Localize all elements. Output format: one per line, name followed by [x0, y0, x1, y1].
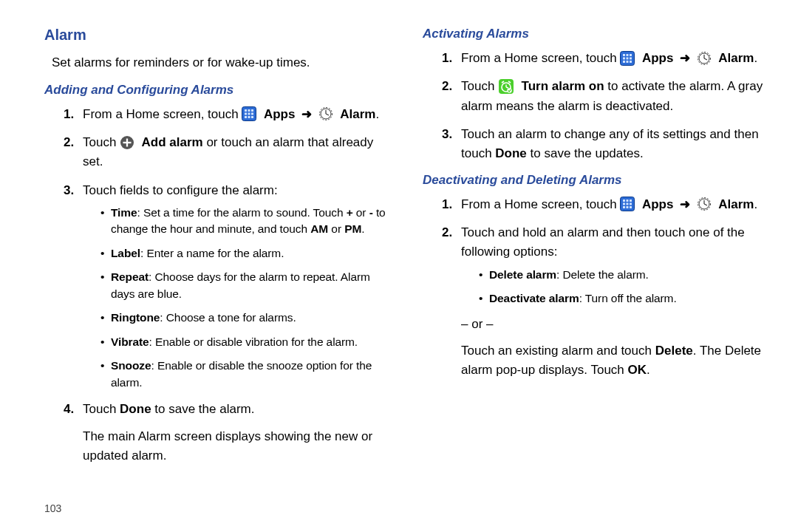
plus-icon	[120, 135, 134, 150]
subhead-activating: Activating Alarms	[423, 27, 764, 41]
manual-page: Alarm Set alarms for reminders or for wa…	[0, 0, 798, 532]
steps-adding: 1. From a Home screen, touch Apps ➜ Alar…	[64, 105, 386, 466]
left-column: Alarm Set alarms for reminders or for wa…	[44, 27, 386, 474]
bullet-snooze: Snooze: Enable or disable the snooze opt…	[100, 358, 386, 391]
right-column: Activating Alarms 1. From a Home screen,…	[423, 27, 764, 474]
step-3: 3. Touch fields to configure the alarm: …	[64, 181, 386, 392]
bullet-repeat: Repeat: Choose days for the alarm to rep…	[100, 269, 386, 302]
bullet-ringtone: Ringtone: Choose a tone for alarms.	[100, 310, 386, 326]
a-step-2: 2. Touch Turn alarm on to activate the a…	[442, 77, 764, 116]
clock-icon	[697, 51, 712, 66]
bullet-time: Time: Set a time for the alarm to sound.…	[100, 205, 386, 238]
subhead-deactivating: Deactivating and Deleting Alarms	[423, 173, 764, 188]
apps-icon	[620, 197, 635, 211]
a-step-1: 1. From a Home screen, touch Apps ➜ Alar…	[442, 49, 764, 68]
alarm-on-icon	[498, 78, 514, 95]
config-bullets: Time: Set a time for the alarm to sound.…	[100, 205, 386, 391]
bullet-vibrate: Vibrate: Enable or disable vibration for…	[100, 334, 386, 350]
bullet-delete: Delete alarm: Delete the alarm.	[479, 267, 764, 283]
or-separator: – or –	[461, 315, 764, 334]
section-title-alarm: Alarm	[44, 27, 386, 44]
apps-icon	[242, 106, 256, 121]
steps-activating: 1. From a Home screen, touch Apps ➜ Alar…	[442, 49, 764, 164]
clock-icon	[318, 106, 333, 121]
alarm-intro: Set alarms for reminders or for wake-up …	[52, 54, 386, 72]
page-number: 103	[44, 502, 61, 514]
step-1: 1. From a Home screen, touch Apps ➜ Alar…	[64, 105, 386, 124]
apps-icon	[620, 51, 635, 66]
subhead-adding: Adding and Configuring Alarms	[44, 83, 386, 98]
steps-deactivating: 1. From a Home screen, touch Apps ➜ Alar…	[442, 195, 764, 381]
d-step-1: 1. From a Home screen, touch Apps ➜ Alar…	[442, 195, 764, 214]
bullet-deactivate: Deactivate alarm: Turn off the alarm.	[479, 290, 764, 307]
clock-icon	[697, 197, 712, 211]
step-2: 2. Touch Add alarm or touch an alarm tha…	[64, 133, 386, 172]
bullet-label: Label: Enter a name for the alarm.	[100, 245, 386, 262]
step-4: 4. Touch Done to save the alarm. The mai…	[64, 400, 386, 466]
d-step-2: 2. Touch and hold an alarm and then touc…	[442, 223, 764, 381]
a-step-3: 3. Touch an alarm to change any of its s…	[442, 125, 764, 164]
d-bullets: Delete alarm: Delete the alarm. Deactiva…	[479, 267, 764, 307]
